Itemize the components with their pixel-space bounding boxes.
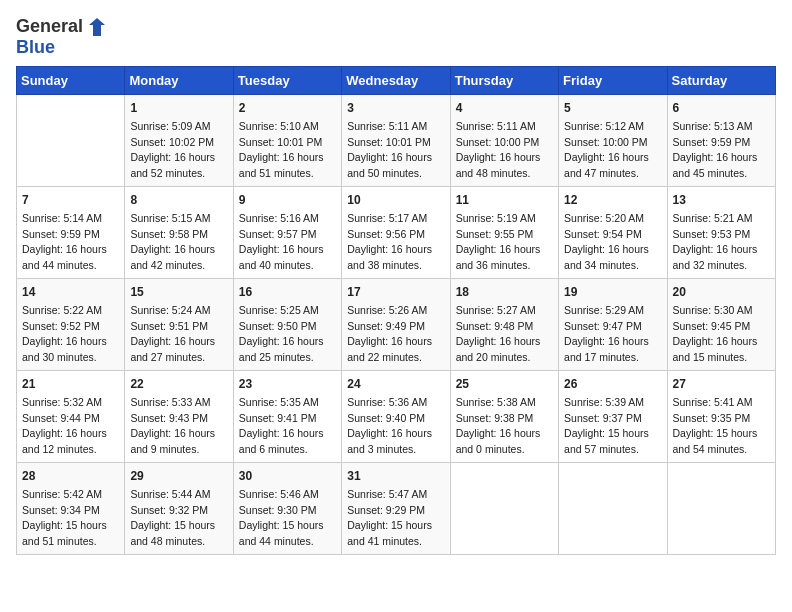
cell-line: Sunrise: 5:35 AM [239, 395, 336, 411]
cell-line: Daylight: 16 hours [456, 426, 553, 442]
cell-line: and 48 minutes. [456, 166, 553, 182]
cell-line: Sunset: 10:01 PM [239, 135, 336, 151]
day-number: 9 [239, 191, 336, 209]
day-number: 11 [456, 191, 553, 209]
cell-line: Daylight: 16 hours [130, 150, 227, 166]
cell-line: and 44 minutes. [239, 534, 336, 550]
cell-line: and 0 minutes. [456, 442, 553, 458]
cell-line: and 22 minutes. [347, 350, 444, 366]
cell-line: Sunset: 9:32 PM [130, 503, 227, 519]
cell-line: Sunset: 9:56 PM [347, 227, 444, 243]
calendar-cell: 2Sunrise: 5:10 AMSunset: 10:01 PMDayligh… [233, 94, 341, 186]
cell-line: Daylight: 16 hours [564, 150, 661, 166]
calendar-cell: 7Sunrise: 5:14 AMSunset: 9:59 PMDaylight… [17, 186, 125, 278]
cell-line: Daylight: 16 hours [347, 334, 444, 350]
calendar-cell: 22Sunrise: 5:33 AMSunset: 9:43 PMDayligh… [125, 370, 233, 462]
day-number: 17 [347, 283, 444, 301]
calendar-cell: 11Sunrise: 5:19 AMSunset: 9:55 PMDayligh… [450, 186, 558, 278]
cell-line: Daylight: 16 hours [347, 242, 444, 258]
cell-line: Daylight: 16 hours [456, 150, 553, 166]
calendar-cell: 23Sunrise: 5:35 AMSunset: 9:41 PMDayligh… [233, 370, 341, 462]
cell-line: Sunset: 9:59 PM [22, 227, 119, 243]
cell-line: Daylight: 16 hours [130, 426, 227, 442]
cell-line: Sunset: 9:37 PM [564, 411, 661, 427]
cell-line: Daylight: 16 hours [22, 426, 119, 442]
day-number: 20 [673, 283, 770, 301]
cell-line: Daylight: 16 hours [347, 426, 444, 442]
calendar-cell: 5Sunrise: 5:12 AMSunset: 10:00 PMDayligh… [559, 94, 667, 186]
cell-line: Daylight: 16 hours [239, 426, 336, 442]
cell-line: Daylight: 15 hours [22, 518, 119, 534]
cell-line: and 44 minutes. [22, 258, 119, 274]
calendar-cell: 28Sunrise: 5:42 AMSunset: 9:34 PMDayligh… [17, 462, 125, 554]
cell-line: Sunset: 9:30 PM [239, 503, 336, 519]
cell-line: Sunset: 9:51 PM [130, 319, 227, 335]
cell-line: Daylight: 15 hours [347, 518, 444, 534]
cell-line: and 34 minutes. [564, 258, 661, 274]
day-number: 28 [22, 467, 119, 485]
day-number: 15 [130, 283, 227, 301]
cell-line: Sunrise: 5:22 AM [22, 303, 119, 319]
calendar-cell: 25Sunrise: 5:38 AMSunset: 9:38 PMDayligh… [450, 370, 558, 462]
cell-line: Sunset: 9:38 PM [456, 411, 553, 427]
day-number: 10 [347, 191, 444, 209]
day-number: 30 [239, 467, 336, 485]
cell-line: Sunrise: 5:36 AM [347, 395, 444, 411]
cell-line: Sunrise: 5:30 AM [673, 303, 770, 319]
cell-line: Sunrise: 5:10 AM [239, 119, 336, 135]
cell-line: and 12 minutes. [22, 442, 119, 458]
calendar-cell: 19Sunrise: 5:29 AMSunset: 9:47 PMDayligh… [559, 278, 667, 370]
cell-line: Sunrise: 5:17 AM [347, 211, 444, 227]
cell-line: Sunset: 9:45 PM [673, 319, 770, 335]
calendar-table: SundayMondayTuesdayWednesdayThursdayFrid… [16, 66, 776, 555]
cell-line: Sunset: 9:34 PM [22, 503, 119, 519]
cell-line: Sunrise: 5:46 AM [239, 487, 336, 503]
cell-line: Sunrise: 5:32 AM [22, 395, 119, 411]
calendar-cell: 29Sunrise: 5:44 AMSunset: 9:32 PMDayligh… [125, 462, 233, 554]
calendar-cell: 1Sunrise: 5:09 AMSunset: 10:02 PMDayligh… [125, 94, 233, 186]
calendar-cell: 13Sunrise: 5:21 AMSunset: 9:53 PMDayligh… [667, 186, 775, 278]
cell-line: Sunrise: 5:26 AM [347, 303, 444, 319]
cell-line: Daylight: 16 hours [130, 242, 227, 258]
cell-line: and 36 minutes. [456, 258, 553, 274]
page-header: General Blue [16, 16, 776, 58]
cell-line: Daylight: 16 hours [22, 242, 119, 258]
logo-text-blue: Blue [16, 38, 55, 58]
col-header-friday: Friday [559, 66, 667, 94]
cell-line: Daylight: 16 hours [239, 334, 336, 350]
cell-line: and 27 minutes. [130, 350, 227, 366]
calendar-cell: 31Sunrise: 5:47 AMSunset: 9:29 PMDayligh… [342, 462, 450, 554]
calendar-cell: 27Sunrise: 5:41 AMSunset: 9:35 PMDayligh… [667, 370, 775, 462]
cell-line: and 54 minutes. [673, 442, 770, 458]
cell-line: and 42 minutes. [130, 258, 227, 274]
cell-line: Sunset: 9:55 PM [456, 227, 553, 243]
day-number: 26 [564, 375, 661, 393]
cell-line: Sunrise: 5:42 AM [22, 487, 119, 503]
cell-line: Sunset: 9:57 PM [239, 227, 336, 243]
cell-line: Daylight: 16 hours [347, 150, 444, 166]
day-number: 8 [130, 191, 227, 209]
calendar-cell: 14Sunrise: 5:22 AMSunset: 9:52 PMDayligh… [17, 278, 125, 370]
calendar-cell: 12Sunrise: 5:20 AMSunset: 9:54 PMDayligh… [559, 186, 667, 278]
day-number: 13 [673, 191, 770, 209]
calendar-cell: 6Sunrise: 5:13 AMSunset: 9:59 PMDaylight… [667, 94, 775, 186]
day-number: 12 [564, 191, 661, 209]
cell-line: Sunset: 9:43 PM [130, 411, 227, 427]
day-number: 6 [673, 99, 770, 117]
logo-text-general: General [16, 17, 83, 37]
cell-line: Daylight: 16 hours [456, 242, 553, 258]
col-header-monday: Monday [125, 66, 233, 94]
col-header-tuesday: Tuesday [233, 66, 341, 94]
cell-line: Sunrise: 5:12 AM [564, 119, 661, 135]
logo-bird-icon [85, 16, 107, 38]
cell-line: Sunrise: 5:19 AM [456, 211, 553, 227]
cell-line: Sunrise: 5:47 AM [347, 487, 444, 503]
day-number: 4 [456, 99, 553, 117]
day-number: 19 [564, 283, 661, 301]
calendar-cell: 9Sunrise: 5:16 AMSunset: 9:57 PMDaylight… [233, 186, 341, 278]
calendar-cell [450, 462, 558, 554]
cell-line: Daylight: 15 hours [564, 426, 661, 442]
cell-line: and 51 minutes. [22, 534, 119, 550]
cell-line: Sunset: 9:59 PM [673, 135, 770, 151]
day-number: 29 [130, 467, 227, 485]
